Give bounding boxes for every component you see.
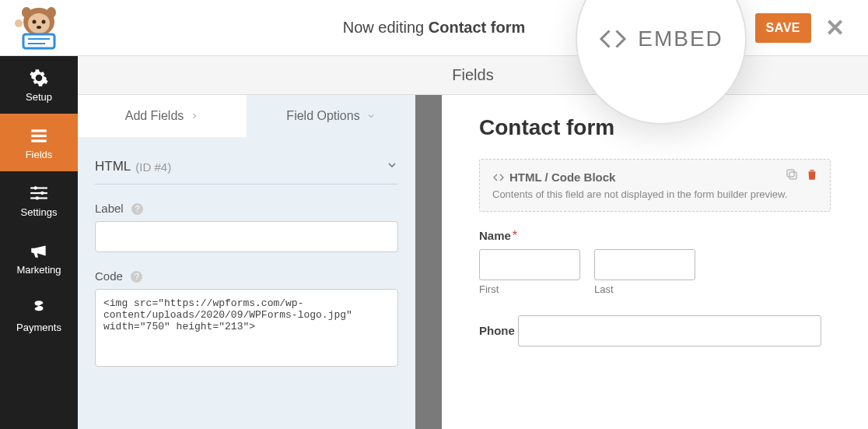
svg-point-3 — [42, 19, 46, 23]
help-icon[interactable]: ? — [131, 203, 143, 215]
codeblock-title-text: HTML / Code Block — [509, 171, 615, 184]
form-name: Contact form — [429, 19, 525, 36]
phone-label: Phone — [479, 324, 515, 337]
magnifier-embed-text: EMBED — [638, 26, 723, 51]
main: Setup Fields Settings Marketing Payments… — [0, 56, 868, 429]
first-name-input[interactable] — [479, 249, 580, 280]
svg-point-17 — [34, 186, 37, 189]
sliders-icon — [29, 183, 49, 203]
sidebar-item-label: Marketing — [16, 264, 61, 276]
svg-rect-14 — [30, 187, 47, 188]
svg-rect-12 — [31, 134, 47, 136]
chevron-down-icon — [366, 111, 376, 121]
sidebar-item-payments[interactable]: Payments — [0, 287, 78, 344]
left-column: Add Fields Field Options HTML (ID #4) — [78, 95, 415, 429]
name-label: Name — [479, 229, 511, 242]
svg-rect-15 — [30, 192, 47, 193]
svg-rect-11 — [31, 129, 47, 132]
sidebar-item-setup[interactable]: Setup — [0, 56, 78, 114]
editing-prefix: Now editing — [343, 19, 429, 36]
sidebar-item-settings[interactable]: Settings — [0, 171, 78, 229]
label-title: Label — [95, 202, 124, 215]
subfield-last: Last — [594, 249, 695, 295]
required-mark: * — [513, 229, 517, 242]
code-icon — [599, 25, 627, 53]
code-title: Code — [95, 269, 123, 283]
svg-rect-13 — [31, 139, 47, 142]
svg-point-5 — [22, 7, 31, 18]
subfield-first: First — [479, 249, 580, 295]
svg-rect-7 — [23, 34, 54, 48]
chevron-right-icon — [190, 111, 199, 121]
field-name[interactable]: Name* First Last — [479, 229, 831, 295]
save-button[interactable]: SAVE — [755, 13, 811, 43]
group-label: Label ? — [95, 202, 398, 252]
content: Fields Add Fields Field Options HTML — [78, 56, 868, 429]
svg-point-6 — [47, 7, 56, 18]
tab-add-fields[interactable]: Add Fields — [78, 95, 247, 137]
last-name-input[interactable] — [594, 249, 695, 280]
gutter — [415, 95, 442, 429]
code-textarea[interactable] — [95, 289, 398, 367]
chevron-down-icon — [386, 159, 398, 174]
code-icon — [492, 171, 505, 184]
codeblock-title: HTML / Code Block — [492, 171, 817, 184]
list-icon — [29, 125, 49, 146]
field-html-codeblock[interactable]: HTML / Code Block Contents of this field… — [479, 159, 831, 212]
sidebar-item-label: Payments — [16, 322, 61, 333]
svg-point-10 — [15, 19, 23, 27]
svg-point-19 — [36, 196, 39, 199]
dollar-icon — [29, 298, 49, 318]
sidebar-item-label: Fields — [26, 149, 53, 160]
tab-label: Field Options — [286, 109, 359, 123]
gear-icon — [29, 68, 49, 88]
duplicate-icon[interactable] — [785, 167, 799, 181]
sidebar-item-label: Settings — [21, 206, 58, 218]
svg-rect-21 — [787, 170, 794, 177]
first-label: First — [479, 283, 580, 295]
subheader-title: Fields — [452, 66, 493, 84]
field-type: HTML — [95, 159, 131, 174]
close-icon[interactable]: ✕ — [825, 14, 845, 41]
svg-point-4 — [37, 26, 41, 29]
tab-field-options[interactable]: Field Options — [247, 95, 415, 137]
bullhorn-icon — [29, 241, 49, 261]
svg-point-18 — [40, 191, 44, 194]
group-code: Code ? — [95, 269, 398, 370]
field-options-panel: HTML (ID #4) Label ? Code ? — [78, 137, 415, 382]
field-id: (ID #4) — [135, 160, 171, 174]
field-head[interactable]: HTML (ID #4) — [95, 149, 398, 185]
tab-label: Add Fields — [125, 109, 184, 123]
tabs: Add Fields Field Options — [78, 95, 415, 137]
label-input[interactable] — [95, 221, 398, 252]
trash-icon[interactable] — [805, 167, 819, 181]
svg-rect-20 — [789, 172, 796, 179]
sidebar-item-fields[interactable]: Fields — [0, 114, 78, 171]
help-icon[interactable]: ? — [131, 271, 142, 283]
preview-column: Contact form HTML / Code Block Contents … — [442, 95, 868, 429]
codeblock-subtitle: Contents of this field are not displayed… — [492, 188, 817, 200]
field-phone[interactable]: Phone — [479, 309, 831, 346]
subheader: Fields — [78, 56, 868, 95]
phone-input[interactable] — [518, 315, 821, 346]
svg-point-1 — [28, 13, 50, 33]
svg-point-2 — [33, 19, 37, 23]
sidebar-item-label: Setup — [26, 91, 52, 103]
last-label: Last — [594, 283, 695, 295]
sidebar: Setup Fields Settings Marketing Payments — [0, 56, 78, 429]
mascot-logo — [0, 0, 78, 56]
sidebar-item-marketing[interactable]: Marketing — [0, 229, 78, 287]
